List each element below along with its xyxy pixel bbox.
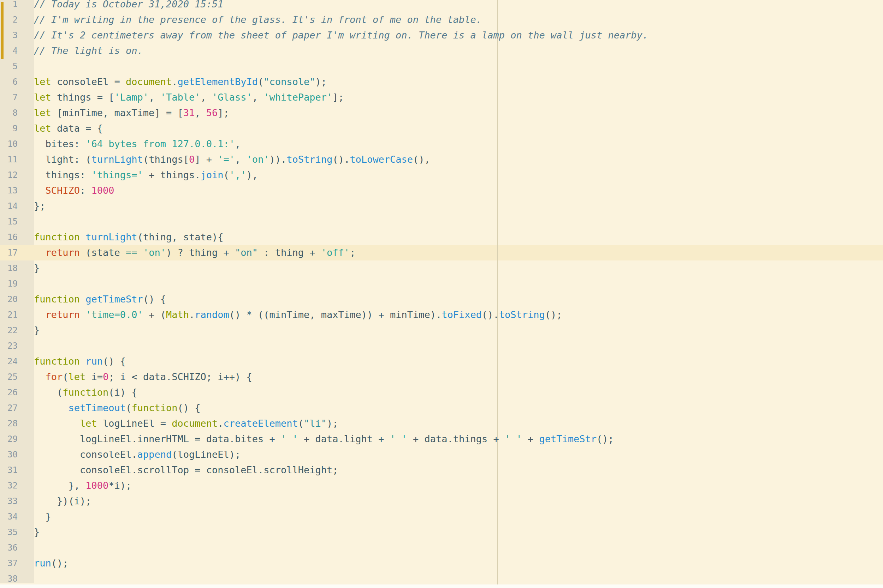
code-line[interactable] <box>34 276 883 291</box>
code-token: (). <box>332 154 350 165</box>
code-line[interactable] <box>34 338 883 354</box>
code-token: ( <box>258 76 263 87</box>
code-token <box>34 309 45 320</box>
code-line[interactable]: let [minTime, maxTime] = [31, 56]; <box>34 105 883 121</box>
line-number: 34 <box>0 509 18 525</box>
code-token <box>34 418 80 429</box>
line-number: 18 <box>0 261 18 276</box>
code-token: let <box>69 371 86 382</box>
code-line[interactable]: light: (turnLight(things[0] + '=', 'on')… <box>34 152 883 167</box>
code-token: // Today is October 31,2020 15:51 <box>34 0 223 9</box>
code-line[interactable] <box>34 540 883 555</box>
editor-bottom-edge <box>0 585 883 588</box>
code-token: *i); <box>108 480 131 491</box>
code-token: , <box>195 107 206 118</box>
code-token: logLineEl = <box>97 418 171 429</box>
code-line[interactable]: let data = { <box>34 121 883 136</box>
code-line[interactable]: function getTimeStr() { <box>34 291 883 307</box>
code-line[interactable]: consoleEl.append(logLineEl); <box>34 447 883 462</box>
code-token: random <box>195 309 229 320</box>
code-line[interactable]: } <box>34 525 883 540</box>
code-token: 'on' <box>143 247 166 258</box>
code-token <box>34 371 45 382</box>
code-token: consoleEl = <box>51 76 126 87</box>
code-token: + data.things + <box>407 434 505 444</box>
code-token: let <box>34 123 51 134</box>
code-line[interactable]: // The light is on. <box>34 43 883 58</box>
code-token: ; i < data.SCHIZO; i++) { <box>108 371 252 382</box>
line-number: 35 <box>0 525 18 540</box>
code-line[interactable]: things: 'things=' + things.join(','), <box>34 167 883 183</box>
line-number: 25 <box>0 369 18 385</box>
code-line[interactable]: // It's 2 centimeters away from the shee… <box>34 27 883 43</box>
code-token: for <box>45 371 63 382</box>
code-token: ( <box>298 418 304 429</box>
code-token: data = { <box>51 123 103 134</box>
code-token: ), <box>247 170 258 180</box>
code-area[interactable]: // Today is October 31,2020 15:51// I'm … <box>34 0 883 586</box>
code-token: 1000 <box>92 185 114 196</box>
code-token: (things[ <box>143 154 189 165</box>
code-line[interactable]: (function(i) { <box>34 385 883 400</box>
code-line[interactable]: } <box>34 322 883 338</box>
code-line[interactable]: })(i); <box>34 494 883 509</box>
code-line[interactable] <box>34 58 883 74</box>
code-token: + data.light + <box>298 434 390 444</box>
code-token: })(i); <box>34 495 92 507</box>
code-token: 'Table' <box>160 92 201 103</box>
code-token: (); <box>597 434 614 444</box>
code-token <box>80 356 86 367</box>
line-number: 8 <box>0 105 18 121</box>
code-token: things: <box>34 170 92 180</box>
code-line[interactable]: SCHIZO: 1000 <box>34 183 883 198</box>
code-line[interactable]: }; <box>34 198 883 214</box>
code-token <box>34 402 69 413</box>
code-token: turnLight <box>86 231 137 243</box>
code-token: () * ((minTime, maxTime)) + minTime). <box>229 309 441 320</box>
code-token: (logLineEl); <box>171 449 241 460</box>
code-line[interactable]: return (state == 'on') ? thing + "on" : … <box>34 245 883 261</box>
code-line[interactable]: run(); <box>34 555 883 571</box>
code-line[interactable]: // Today is October 31,2020 15:51 <box>34 0 883 12</box>
code-token <box>34 185 45 196</box>
code-token: }, <box>34 480 86 491</box>
code-line[interactable]: consoleEl.scrollTop = consoleEl.scrollHe… <box>34 462 883 478</box>
code-line[interactable]: }, 1000*i); <box>34 478 883 494</box>
code-token: ]; <box>218 107 229 118</box>
code-token: function <box>34 294 80 304</box>
line-number: 19 <box>0 276 18 291</box>
code-line[interactable]: bites: '64 bytes from 127.0.0.1:', <box>34 136 883 152</box>
code-token: 'Glass' <box>212 92 252 103</box>
line-number: 5 <box>0 58 18 74</box>
line-number: 31 <box>0 462 18 478</box>
code-token: 'Lamp' <box>114 92 149 103</box>
code-token: : thing + <box>258 247 321 258</box>
code-token: . <box>171 76 177 87</box>
code-line[interactable] <box>34 214 883 230</box>
line-number: 20 <box>0 291 18 307</box>
code-token: 'things=' <box>92 170 143 180</box>
code-line[interactable]: function run() { <box>34 354 883 369</box>
code-line[interactable]: return 'time=0.0' + (Math.random() * ((m… <box>34 307 883 322</box>
code-line[interactable]: logLineEl.innerHTML = data.bites + ' ' +… <box>34 431 883 447</box>
code-line[interactable]: let things = ['Lamp', 'Table', 'Glass', … <box>34 90 883 105</box>
code-token: 56 <box>206 107 218 118</box>
code-token: 31 <box>183 107 195 118</box>
code-line[interactable]: let logLineEl = document.createElement("… <box>34 416 883 431</box>
code-token: (); <box>545 309 562 320</box>
code-token: document <box>126 76 171 87</box>
code-line[interactable]: setTimeout(function() { <box>34 400 883 416</box>
code-line[interactable]: } <box>34 509 883 525</box>
code-token: ); <box>315 76 327 87</box>
code-token: . <box>218 418 223 429</box>
code-line[interactable]: for(let i=0; i < data.SCHIZO; i++) { <box>34 369 883 385</box>
code-line[interactable]: let consoleEl = document.getElementById(… <box>34 74 883 90</box>
line-number: 9 <box>0 121 18 136</box>
code-token: 'whitePaper' <box>263 92 332 103</box>
code-token: , <box>149 92 160 103</box>
code-token <box>34 247 45 258</box>
code-line[interactable]: } <box>34 261 883 276</box>
line-number: 21 <box>0 307 18 322</box>
code-line[interactable]: // I'm writing in the presence of the gl… <box>34 12 883 27</box>
code-line[interactable]: function turnLight(thing, state){ <box>34 230 883 245</box>
